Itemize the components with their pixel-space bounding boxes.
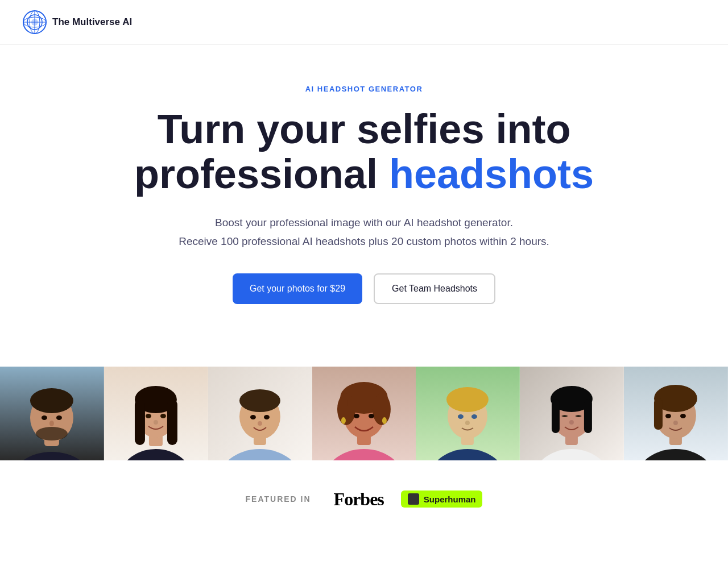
svg-point-14: [36, 427, 68, 440]
svg-point-23: [146, 414, 151, 418]
hero-badge: AI HEADSHOT GENERATOR: [23, 85, 705, 93]
gallery-item-4: [312, 367, 416, 460]
hero-heading-line1: Turn your selfies into: [158, 106, 571, 152]
hero-subtext: Boost your professional image with our A…: [23, 214, 705, 251]
featured-logos: Forbes Superhuman: [334, 489, 483, 510]
svg-rect-41: [348, 398, 380, 408]
svg-rect-22: [167, 400, 177, 445]
svg-point-25: [154, 420, 158, 425]
svg-point-15: [49, 421, 54, 426]
hero-heading-highlight: headshots: [389, 151, 594, 197]
svg-point-31: [250, 415, 256, 419]
featured-section: FEATURED IN Forbes Superhuman: [0, 460, 728, 538]
gallery-item-1: [0, 367, 104, 460]
gallery-item-7: [624, 367, 728, 460]
svg-point-12: [42, 415, 47, 420]
svg-point-50: [446, 387, 489, 412]
svg-point-52: [471, 414, 477, 419]
superhuman-text: Superhuman: [424, 494, 476, 504]
svg-rect-67: [654, 398, 663, 430]
logo[interactable]: The Multiverse AI: [23, 10, 132, 34]
hero-heading-line2: professional: [134, 151, 389, 197]
svg-point-43: [369, 414, 374, 418]
gallery-item-2: [104, 367, 208, 460]
svg-rect-59: [552, 399, 560, 433]
svg-point-24: [160, 414, 166, 418]
svg-point-53: [465, 421, 470, 425]
svg-point-13: [56, 415, 62, 420]
svg-point-51: [458, 414, 464, 419]
svg-point-68: [665, 414, 671, 418]
hero-section: AI HEADSHOT GENERATOR Turn your selfies …: [0, 45, 728, 367]
svg-point-61: [569, 420, 574, 425]
svg-point-45: [382, 417, 386, 424]
svg-point-70: [673, 421, 678, 425]
cta-secondary-button[interactable]: Get Team Headshots: [374, 273, 495, 304]
gallery-item-5: [416, 367, 520, 460]
forbes-logo: Forbes: [334, 489, 384, 510]
logo-text: The Multiverse AI: [52, 16, 132, 28]
svg-point-32: [264, 415, 270, 419]
cta-button-group: Get your photos for $29 Get Team Headsho…: [23, 273, 705, 304]
gallery-item-6: [520, 367, 624, 460]
headshot-gallery: [0, 367, 728, 460]
svg-point-11: [30, 388, 73, 413]
svg-point-33: [258, 421, 262, 426]
hero-heading: Turn your selfies into professional head…: [108, 107, 620, 197]
hero-subtext-line1: Boost your professional image with our A…: [215, 217, 513, 228]
cta-primary-button[interactable]: Get your photos for $29: [233, 273, 362, 304]
superhuman-logo: Superhuman: [401, 490, 483, 508]
svg-rect-21: [135, 400, 145, 445]
gallery-item-3: [208, 367, 312, 460]
svg-point-44: [341, 417, 346, 424]
hero-subtext-line2: Receive 100 professional AI headshots pl…: [179, 235, 549, 247]
svg-rect-60: [584, 399, 592, 433]
navbar: The Multiverse AI: [0, 0, 728, 45]
superhuman-icon: [408, 493, 419, 505]
svg-point-42: [354, 414, 359, 418]
svg-point-69: [680, 414, 686, 418]
svg-point-30: [239, 389, 280, 412]
logo-icon: [23, 10, 47, 34]
featured-label: FEATURED IN: [246, 494, 311, 504]
